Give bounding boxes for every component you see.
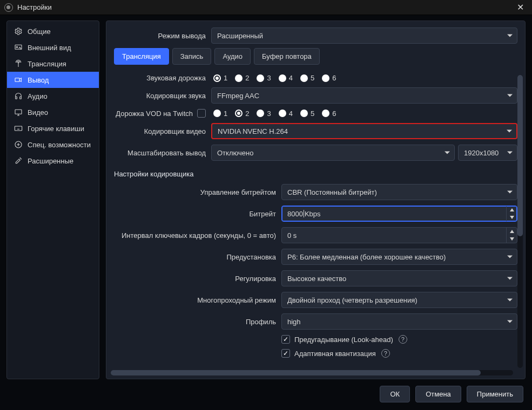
audio-encoder-select[interactable]: FFmpeg AAC	[211, 87, 517, 104]
twitch-vod-radio-5[interactable]: 5	[300, 110, 314, 118]
svg-point-2	[16, 46, 18, 48]
rate-control-label: Управление битрейтом	[114, 188, 276, 196]
plus-circle-icon	[14, 140, 23, 149]
close-button[interactable]: ✕	[513, 2, 528, 12]
lookahead-label: Предугадывание (Look-ahead)	[294, 336, 393, 344]
rate-control-select[interactable]: CBR (Постоянный битрейт)	[281, 184, 517, 200]
tuning-select[interactable]: Высокое качество	[281, 270, 517, 286]
chevron-down-icon	[507, 277, 513, 280]
dialog-footer: ОК Отмена Применить	[6, 379, 526, 404]
output-settings-panel: Режим вывода Расширенный Трансляция Запи…	[106, 20, 526, 379]
text-cursor	[304, 210, 304, 217]
sidebar-item-audio[interactable]: Аудио	[7, 88, 99, 104]
horizontal-scrollbar[interactable]	[111, 370, 513, 375]
sidebar-item-general[interactable]: Общие	[7, 23, 99, 39]
tab-recording[interactable]: Запись	[172, 48, 212, 65]
rescale-output-label: Масштабировать вывод	[114, 149, 206, 157]
chevron-down-icon	[507, 35, 513, 37]
preset-label: Предустановка	[114, 253, 276, 261]
sidebar-item-label: Трансляция	[28, 60, 66, 68]
display-icon	[14, 108, 23, 117]
audio-track-radio-6[interactable]: 6	[322, 74, 336, 82]
cancel-button[interactable]: Отмена	[415, 386, 461, 402]
profile-select[interactable]: high	[281, 313, 517, 330]
chevron-down-icon	[445, 152, 450, 154]
chevron-down-icon	[507, 191, 513, 194]
video-encoder-select[interactable]: NVIDIA NVENC H.264	[211, 123, 517, 139]
bitrate-input[interactable]: 8000Kbps	[281, 206, 517, 222]
svg-rect-7	[15, 110, 22, 114]
tab-streaming[interactable]: Трансляция	[114, 48, 169, 65]
app-logo-icon	[4, 3, 13, 12]
tab-replay-buffer[interactable]: Буфер повтора	[254, 48, 320, 65]
twitch-vod-label: Дорожка VOD на Twitch	[116, 110, 193, 118]
spinbox-buttons[interactable]	[506, 228, 517, 243]
svg-marker-12	[510, 230, 514, 233]
sidebar-item-hotkeys[interactable]: Горячие клавиши	[7, 120, 99, 136]
chevron-down-icon[interactable]	[507, 214, 517, 221]
twitch-vod-radio-2[interactable]: 2	[235, 110, 249, 118]
svg-point-0	[17, 30, 19, 32]
scrollbar-thumb[interactable]	[111, 370, 481, 375]
output-tabs: Трансляция Запись Аудио Буфер повтора	[106, 48, 525, 69]
ok-button[interactable]: ОК	[380, 386, 410, 402]
audio-track-radio-5[interactable]: 5	[300, 74, 314, 82]
audio-encoder-label: Кодировщик звука	[114, 92, 206, 100]
sidebar-item-stream[interactable]: Трансляция	[7, 56, 99, 72]
sidebar-item-advanced[interactable]: Расширенные	[7, 153, 99, 169]
lookahead-checkbox[interactable]	[281, 335, 290, 344]
audio-track-radio-3[interactable]: 3	[257, 74, 271, 82]
chevron-down-icon	[507, 94, 513, 97]
gear-icon	[14, 27, 23, 36]
tab-audio[interactable]: Аудио	[214, 48, 251, 65]
psycho-aq-label: Адаптивная квантизация	[294, 350, 376, 358]
sidebar-item-accessibility[interactable]: Спец. возможности	[7, 136, 99, 153]
keyint-input[interactable]: 0 s	[281, 227, 517, 243]
help-icon[interactable]: ?	[399, 335, 407, 344]
chevron-up-icon[interactable]	[507, 228, 517, 235]
spinbox-buttons[interactable]	[506, 206, 517, 221]
rescale-resolution-select[interactable]: 1920x1080	[458, 145, 517, 161]
sidebar-item-output[interactable]: Вывод	[7, 72, 99, 88]
sidebar-item-video[interactable]: Видео	[7, 104, 99, 120]
apply-button[interactable]: Применить	[467, 386, 523, 402]
tools-icon	[14, 156, 23, 165]
multipass-select[interactable]: Двойной проход (четверть разрешения)	[281, 292, 517, 308]
preset-select[interactable]: P6: Более медленная (более хорошее качес…	[281, 249, 517, 265]
psycho-aq-checkbox[interactable]	[281, 349, 290, 358]
rescale-output-select[interactable]: Отключено	[211, 145, 455, 161]
chevron-down-icon	[507, 256, 513, 258]
sidebar-item-label: Видео	[28, 108, 48, 117]
vertical-scrollbar[interactable]	[517, 75, 523, 368]
chevron-down-icon	[507, 130, 512, 133]
chevron-down-icon[interactable]	[507, 235, 517, 243]
help-icon[interactable]: ?	[381, 349, 390, 358]
keyint-label: Интервал ключевых кадров (секунды, 0 = а…	[114, 231, 276, 240]
sidebar-item-appearance[interactable]: Внешний вид	[7, 39, 99, 56]
twitch-vod-radio-3[interactable]: 3	[257, 110, 271, 118]
tuning-label: Регулировка	[114, 275, 276, 283]
twitch-vod-radio-6[interactable]: 6	[322, 110, 336, 118]
chevron-up-icon[interactable]	[507, 206, 517, 214]
output-icon	[14, 76, 23, 84]
output-mode-select[interactable]: Расширенный	[211, 28, 517, 44]
bitrate-label: Битрейт	[114, 210, 276, 218]
svg-marker-10	[510, 208, 514, 211]
twitch-vod-checkbox[interactable]	[197, 109, 206, 118]
twitch-vod-radio-1[interactable]: 1	[213, 110, 227, 118]
twitch-vod-radios: 1 2 3 4 5 6	[211, 110, 336, 118]
settings-sidebar: Общие Внешний вид Трансляция Вывод Аудио…	[6, 20, 99, 379]
svg-rect-4	[15, 78, 19, 82]
sidebar-item-label: Горячие клавиши	[28, 125, 84, 133]
svg-rect-8	[15, 126, 22, 131]
antenna-icon	[14, 59, 23, 68]
chevron-down-icon	[507, 320, 513, 323]
window-title: Настройки	[17, 3, 52, 11]
audio-track-radio-1[interactable]: 1	[213, 74, 227, 82]
sidebar-item-label: Спец. возможности	[28, 141, 91, 149]
titlebar: Настройки ✕	[0, 0, 532, 15]
twitch-vod-radio-4[interactable]: 4	[279, 110, 293, 118]
audio-track-radio-4[interactable]: 4	[279, 74, 293, 82]
scrollbar-thumb[interactable]	[517, 75, 523, 236]
audio-track-radio-2[interactable]: 2	[235, 74, 249, 82]
